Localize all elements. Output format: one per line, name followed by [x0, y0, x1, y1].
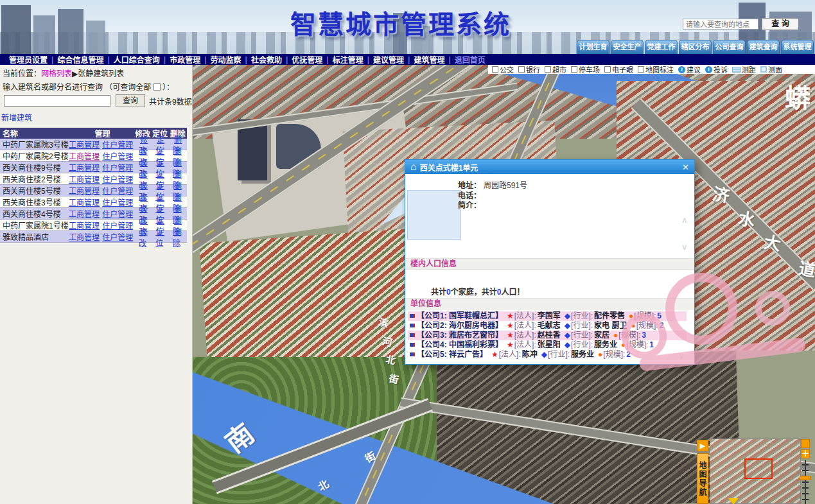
scroll-down-icon[interactable]: ∨	[681, 242, 688, 252]
zoom-slider-track[interactable]	[801, 460, 810, 504]
close-icon[interactable]: ✕	[682, 162, 689, 172]
annotation-checkbox[interactable]	[638, 66, 644, 73]
parking-checkbox[interactable]	[571, 66, 577, 73]
place-search-button[interactable]: 查 询	[762, 18, 799, 30]
search-all-checkbox[interactable]	[153, 83, 161, 91]
intro-line: 简介：	[458, 199, 484, 210]
zoom-in-button[interactable]: ＋	[801, 449, 810, 458]
scroll-up-icon[interactable]: ∧	[681, 215, 688, 225]
resident-mgmt-link[interactable]: 住户管理	[102, 164, 133, 173]
legal-label: [法人]:	[514, 321, 536, 330]
industry-label: [行业]:	[571, 311, 593, 320]
scale-label: [规模]:	[626, 340, 648, 349]
layer-parking[interactable]: 停车场	[571, 65, 600, 74]
menu-admin-settings[interactable]: 管理员设置	[5, 54, 51, 65]
building-name: 西关商住楼4号楼	[0, 208, 69, 219]
menu-annotation[interactable]: 标注管理	[329, 54, 367, 65]
layer-map-annotation[interactable]: 地图标注	[638, 65, 674, 74]
menu-suggestion[interactable]: 建议管理	[369, 54, 408, 65]
breadcrumb: 当前位置：网格列表▶张静建筑列表	[3, 67, 192, 78]
business-mgmt-link[interactable]: 工商管理	[69, 141, 100, 150]
menu-info-mgmt[interactable]: 综合信息管理	[53, 54, 107, 65]
supermarket-checkbox[interactable]	[545, 66, 551, 73]
business-mgmt-link[interactable]: 工商管理	[69, 222, 100, 230]
locate-link[interactable]: 定位	[155, 228, 164, 248]
suggestion-tool[interactable]: i建议	[678, 65, 701, 74]
layer-bus[interactable]: 公交	[492, 65, 514, 74]
bus-checkbox[interactable]	[492, 66, 498, 73]
business-mgmt-link[interactable]: 工商管理	[69, 187, 100, 196]
layer-label: 地图标注	[645, 65, 674, 74]
menu-back-home[interactable]: 退回首页	[451, 54, 489, 65]
menu-labor[interactable]: 劳动监察	[207, 54, 245, 65]
menu-veteran-care[interactable]: 优抚管理	[288, 54, 326, 65]
building-name: 西关商住楼5号楼	[0, 185, 69, 196]
add-building-link[interactable]: 新增建筑	[1, 112, 192, 123]
menu-population-query[interactable]: 人口综合查询	[110, 54, 164, 65]
scroll-down-icon[interactable]: ∨	[678, 351, 685, 361]
minimap-collapse-button[interactable]: ▶	[697, 440, 708, 451]
complaint-tool[interactable]: i投诉	[705, 65, 728, 74]
menu-municipal[interactable]: 市政管理	[166, 54, 204, 65]
building-info-popup: ⌂ 西关点式楼1单元 ✕ 地址：周园路591号 电话： 简介： ∧ ∨ 楼内人口…	[405, 159, 695, 365]
tab-company-query[interactable]: 公司查询	[713, 40, 746, 54]
minimap-viewport-rect[interactable]	[744, 458, 773, 479]
camera-checkbox[interactable]	[604, 66, 611, 73]
resident-mgmt-link[interactable]: 住户管理	[102, 210, 133, 219]
resident-mgmt-link[interactable]: 住户管理	[102, 141, 133, 150]
tab-family-planning[interactable]: 计划生育	[577, 40, 609, 54]
zoom-slider-handle[interactable]	[800, 476, 811, 480]
minimap-mode-button[interactable]	[801, 439, 810, 448]
business-mgmt-link[interactable]: 工商管理	[69, 233, 100, 242]
building-name: 西关商住楼9号楼	[0, 162, 69, 173]
tab-system[interactable]: 系统管理	[781, 40, 814, 54]
menu-social-aid[interactable]: 社会救助	[247, 54, 286, 65]
search-hint-text: 输入建筑名或部分名进行查询 （可查询全部	[3, 83, 151, 92]
resident-mgmt-link[interactable]: 住户管理	[102, 175, 133, 184]
measure-area-tool[interactable]: 测面	[760, 65, 782, 74]
minimap-nav-tab[interactable]: 地图导航	[697, 453, 708, 504]
business-mgmt-link[interactable]: 工商管理	[69, 198, 100, 207]
business-mgmt-link[interactable]: 工商管理	[69, 164, 100, 173]
bank-checkbox[interactable]	[518, 66, 525, 73]
popup-titlebar[interactable]: ⌂ 西关点式楼1单元 ✕	[405, 160, 694, 174]
building-search-button[interactable]: 查询	[116, 94, 145, 107]
layer-label: 停车场	[579, 65, 600, 74]
resident-mgmt-link[interactable]: 住户管理	[102, 152, 133, 161]
tab-district[interactable]: 辖区分布	[679, 40, 712, 54]
star-icon: ★	[507, 331, 514, 340]
tool-label: 建议	[687, 65, 701, 74]
tab-party-work[interactable]: 党建工作	[645, 40, 678, 54]
menu-building-mgmt[interactable]: 建筑管理	[410, 54, 448, 65]
tab-safety[interactable]: 安全生产	[611, 40, 644, 54]
minimap-image[interactable]	[710, 439, 801, 504]
map-3d-view[interactable]: 蟒 济 水 大 道 南 滨 河 北 街 街 北 公交 银行 超市 停车场 电子眼…	[193, 65, 815, 504]
scale-label: [规模]:	[618, 331, 640, 340]
breadcrumb-grid-link[interactable]: 网格列表	[41, 69, 72, 78]
business-mgmt-link[interactable]: 工商管理	[69, 175, 100, 184]
industry-value: 家电 厨卫	[594, 321, 627, 330]
business-mgmt-link[interactable]: 工商管理	[69, 152, 100, 161]
edit-link[interactable]: 修改	[139, 228, 148, 248]
layer-camera[interactable]: 电子眼	[604, 65, 633, 74]
resident-mgmt-link[interactable]: 住户管理	[102, 198, 133, 207]
company-row: 【公司2: 海尔厨房电器】★[法人]:毛献志◆[行业]:家电 厨卫●[规模]:2	[408, 321, 687, 331]
resident-mgmt-link[interactable]: 住户管理	[102, 187, 133, 196]
measure-distance-tool[interactable]: 测距	[732, 65, 756, 74]
building-name: 西关商住楼2号楼	[0, 173, 69, 184]
delete-link[interactable]: 删除	[173, 228, 182, 248]
place-search-input[interactable]	[683, 19, 758, 30]
business-mgmt-link[interactable]: 工商管理	[69, 210, 100, 219]
layer-bank[interactable]: 银行	[518, 65, 540, 74]
star-icon: ★	[507, 311, 514, 320]
result-count: 共计条9数据	[149, 96, 192, 107]
tab-building-query[interactable]: 建筑查询	[747, 40, 780, 54]
legal-label: [法人]:	[514, 331, 536, 340]
building-search-input[interactable]	[4, 95, 110, 107]
scale-label: [规模]:	[603, 350, 625, 359]
resident-mgmt-link[interactable]: 住户管理	[102, 222, 133, 230]
resident-mgmt-link[interactable]: 住户管理	[102, 233, 133, 242]
minimap-pan-arrow[interactable]	[728, 498, 739, 504]
map-layer-toolbar: 公交 银行 超市 停车场 电子眼 地图标注 i建议 i投诉 测距 测面	[488, 65, 815, 74]
layer-supermarket[interactable]: 超市	[545, 65, 566, 74]
